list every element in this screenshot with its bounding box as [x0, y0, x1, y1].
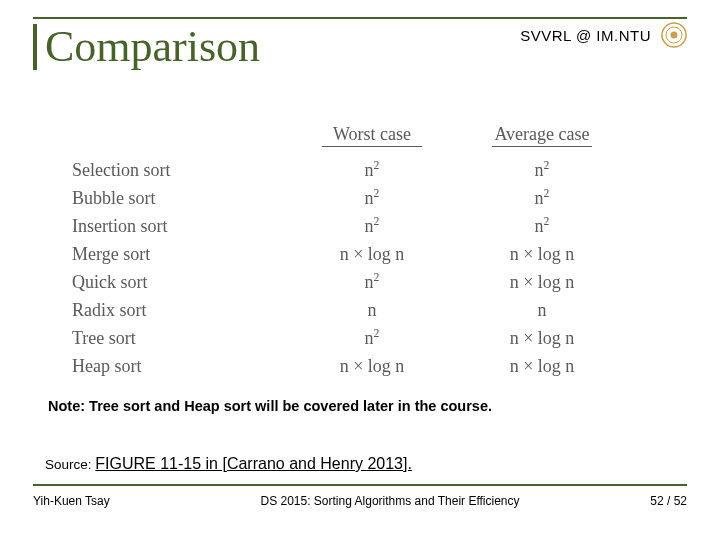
worst-cell: n: [287, 299, 457, 321]
worst-cell: n2: [287, 215, 457, 237]
table-row: Tree sort n2 n × log n: [72, 324, 632, 352]
avg-cell: n2: [457, 187, 627, 209]
algo-name: Tree sort: [72, 328, 287, 349]
avg-cell: n2: [457, 159, 627, 181]
table-row: Insertion sort n2 n2: [72, 212, 632, 240]
source-line: Source: FIGURE 11-15 in [Carrano and Hen…: [45, 455, 412, 473]
table-row: Selection sort n2 n2: [72, 156, 632, 184]
top-rule: [33, 17, 687, 19]
algo-name: Heap sort: [72, 356, 287, 377]
table-row: Radix sort n n: [72, 296, 632, 324]
footer-course: DS 2015: Sorting Algorithms and Their Ef…: [173, 494, 607, 508]
avg-cell: n × log n: [457, 243, 627, 265]
svg-point-2: [671, 32, 678, 39]
header-right: SVVRL @ IM.NTU: [520, 22, 687, 48]
avg-cell: n × log n: [457, 271, 627, 293]
source-label: Source:: [45, 457, 95, 472]
algo-name: Selection sort: [72, 160, 287, 181]
worst-cell: n2: [287, 327, 457, 349]
algo-name: Bubble sort: [72, 188, 287, 209]
footer-author: Yih-Kuen Tsay: [33, 494, 173, 508]
col-header-avg-label: Average case: [494, 124, 589, 144]
complexity-table: Worst case Average case Selection sort n…: [72, 120, 632, 380]
col-header-avg: Average case: [457, 124, 627, 145]
bottom-rule: [33, 484, 687, 486]
worst-cell: n2: [287, 187, 457, 209]
worst-cell: n2: [287, 271, 457, 293]
table-row: Bubble sort n2 n2: [72, 184, 632, 212]
table-header-row: Worst case Average case: [72, 120, 632, 148]
avg-cell: n2: [457, 215, 627, 237]
algo-name: Quick sort: [72, 272, 287, 293]
avg-cell: n × log n: [457, 327, 627, 349]
university-seal-icon: [661, 22, 687, 48]
worst-cell: n2: [287, 159, 457, 181]
avg-cell: n: [457, 299, 627, 321]
algo-name: Insertion sort: [72, 216, 287, 237]
note-text: Note: Tree sort and Heap sort will be co…: [48, 398, 492, 414]
footer-page: 52 / 52: [607, 494, 687, 508]
table-row: Heap sort n × log n n × log n: [72, 352, 632, 380]
avg-cell: n × log n: [457, 355, 627, 377]
table-row: Merge sort n × log n n × log n: [72, 240, 632, 268]
title-block: Comparison: [33, 24, 260, 70]
slide: SVVRL @ IM.NTU Comparison Worst case Ave…: [0, 0, 720, 540]
source-citation: FIGURE 11-15 in [Carrano and Henry 2013]…: [95, 455, 412, 472]
affiliation: SVVRL @ IM.NTU: [520, 27, 651, 44]
table-row: Quick sort n2 n × log n: [72, 268, 632, 296]
algo-name: Merge sort: [72, 244, 287, 265]
col-header-worst-label: Worst case: [333, 124, 411, 144]
worst-cell: n × log n: [287, 243, 457, 265]
slide-title: Comparison: [45, 24, 260, 70]
footer: Yih-Kuen Tsay DS 2015: Sorting Algorithm…: [33, 494, 687, 508]
col-header-worst: Worst case: [287, 124, 457, 145]
algo-name: Radix sort: [72, 300, 287, 321]
worst-cell: n × log n: [287, 355, 457, 377]
